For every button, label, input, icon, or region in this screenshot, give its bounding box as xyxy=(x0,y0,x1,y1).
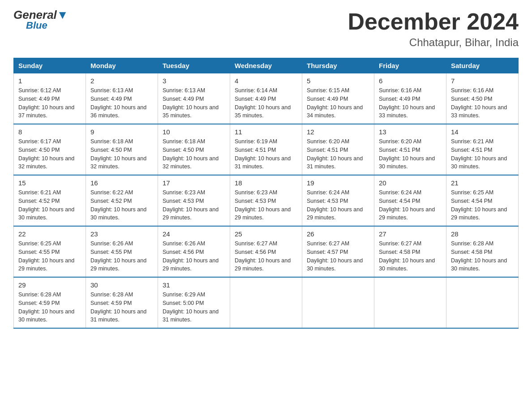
header-thursday: Thursday xyxy=(302,58,374,73)
day-number: 23 xyxy=(90,230,153,238)
day-number: 8 xyxy=(18,128,81,136)
header-wednesday: Wednesday xyxy=(230,58,302,73)
day-number: 11 xyxy=(235,128,297,136)
calendar-cell: 9 Sunrise: 6:18 AM Sunset: 4:50 PM Dayli… xyxy=(86,124,158,175)
logo-bottom: Blue xyxy=(26,21,69,30)
calendar-cell: 23 Sunrise: 6:26 AM Sunset: 4:55 PM Dayl… xyxy=(86,226,158,277)
day-number: 9 xyxy=(90,128,153,136)
day-info: Sunrise: 6:26 AM Sunset: 4:56 PM Dayligh… xyxy=(163,240,225,273)
calendar-cell: 2 Sunrise: 6:13 AM Sunset: 4:49 PM Dayli… xyxy=(86,73,158,124)
day-info: Sunrise: 6:13 AM Sunset: 4:49 PM Dayligh… xyxy=(163,86,225,120)
logo-top: General▼ xyxy=(13,9,69,21)
calendar-cell: 3 Sunrise: 6:13 AM Sunset: 4:49 PM Dayli… xyxy=(158,73,230,124)
header-tuesday: Tuesday xyxy=(158,58,230,73)
day-info: Sunrise: 6:27 AM Sunset: 4:57 PM Dayligh… xyxy=(307,240,369,273)
calendar-cell xyxy=(446,277,519,328)
day-number: 13 xyxy=(379,128,442,136)
calendar-cell: 27 Sunrise: 6:27 AM Sunset: 4:58 PM Dayl… xyxy=(374,226,446,277)
calendar-cell xyxy=(302,277,374,328)
day-info: Sunrise: 6:20 AM Sunset: 4:51 PM Dayligh… xyxy=(379,137,442,171)
calendar-cell: 28 Sunrise: 6:28 AM Sunset: 4:58 PM Dayl… xyxy=(446,226,519,277)
calendar-week-row: 15 Sunrise: 6:21 AM Sunset: 4:52 PM Dayl… xyxy=(14,175,519,226)
day-info: Sunrise: 6:18 AM Sunset: 4:50 PM Dayligh… xyxy=(90,137,153,171)
day-info: Sunrise: 6:17 AM Sunset: 4:50 PM Dayligh… xyxy=(18,137,81,171)
day-info: Sunrise: 6:12 AM Sunset: 4:49 PM Dayligh… xyxy=(18,86,81,120)
calendar-table: Sunday Monday Tuesday Wednesday Thursday… xyxy=(13,58,519,329)
calendar-cell: 30 Sunrise: 6:28 AM Sunset: 4:59 PM Dayl… xyxy=(86,277,158,328)
calendar-cell: 11 Sunrise: 6:19 AM Sunset: 4:51 PM Dayl… xyxy=(230,124,302,175)
day-number: 4 xyxy=(235,77,297,85)
day-info: Sunrise: 6:23 AM Sunset: 4:53 PM Dayligh… xyxy=(235,188,297,222)
day-number: 6 xyxy=(379,77,442,85)
day-info: Sunrise: 6:14 AM Sunset: 4:49 PM Dayligh… xyxy=(235,86,297,120)
day-info: Sunrise: 6:25 AM Sunset: 4:54 PM Dayligh… xyxy=(451,188,514,222)
day-number: 10 xyxy=(163,128,225,136)
day-number: 31 xyxy=(163,281,225,289)
day-number: 25 xyxy=(235,230,297,238)
day-number: 7 xyxy=(451,77,514,85)
calendar-cell: 29 Sunrise: 6:28 AM Sunset: 4:59 PM Dayl… xyxy=(14,277,86,328)
calendar-cell: 6 Sunrise: 6:16 AM Sunset: 4:49 PM Dayli… xyxy=(374,73,446,124)
calendar-cell: 31 Sunrise: 6:29 AM Sunset: 5:00 PM Dayl… xyxy=(158,277,230,328)
calendar-cell xyxy=(230,277,302,328)
day-info: Sunrise: 6:24 AM Sunset: 4:54 PM Dayligh… xyxy=(379,188,442,222)
day-info: Sunrise: 6:16 AM Sunset: 4:49 PM Dayligh… xyxy=(379,86,442,120)
day-info: Sunrise: 6:25 AM Sunset: 4:55 PM Dayligh… xyxy=(18,240,81,273)
calendar-cell: 7 Sunrise: 6:16 AM Sunset: 4:50 PM Dayli… xyxy=(446,73,519,124)
header-monday: Monday xyxy=(86,58,158,73)
day-info: Sunrise: 6:28 AM Sunset: 4:59 PM Dayligh… xyxy=(90,291,153,324)
day-number: 29 xyxy=(18,281,81,289)
day-info: Sunrise: 6:20 AM Sunset: 4:51 PM Dayligh… xyxy=(307,137,369,171)
day-number: 21 xyxy=(451,179,514,187)
calendar-cell: 21 Sunrise: 6:25 AM Sunset: 4:54 PM Dayl… xyxy=(446,175,519,226)
calendar-cell: 25 Sunrise: 6:27 AM Sunset: 4:56 PM Dayl… xyxy=(230,226,302,277)
calendar-week-row: 22 Sunrise: 6:25 AM Sunset: 4:55 PM Dayl… xyxy=(14,226,519,277)
calendar-header-row: Sunday Monday Tuesday Wednesday Thursday… xyxy=(14,58,519,73)
calendar-cell: 14 Sunrise: 6:21 AM Sunset: 4:51 PM Dayl… xyxy=(446,124,519,175)
day-info: Sunrise: 6:21 AM Sunset: 4:52 PM Dayligh… xyxy=(18,188,81,222)
header-sunday: Sunday xyxy=(14,58,86,73)
day-info: Sunrise: 6:18 AM Sunset: 4:50 PM Dayligh… xyxy=(163,137,225,171)
day-info: Sunrise: 6:29 AM Sunset: 5:00 PM Dayligh… xyxy=(163,291,225,324)
day-info: Sunrise: 6:19 AM Sunset: 4:51 PM Dayligh… xyxy=(235,137,297,171)
day-number: 5 xyxy=(307,77,369,85)
header-right: December 2024 Chhatapur, Bihar, India xyxy=(348,9,519,49)
page-header: General▼ Blue December 2024 Chhatapur, B… xyxy=(13,9,519,49)
calendar-week-row: 29 Sunrise: 6:28 AM Sunset: 4:59 PM Dayl… xyxy=(14,277,519,328)
calendar-cell: 4 Sunrise: 6:14 AM Sunset: 4:49 PM Dayli… xyxy=(230,73,302,124)
day-info: Sunrise: 6:27 AM Sunset: 4:56 PM Dayligh… xyxy=(235,240,297,273)
day-number: 27 xyxy=(379,230,442,238)
location-subtitle: Chhatapur, Bihar, India xyxy=(348,36,519,49)
day-info: Sunrise: 6:21 AM Sunset: 4:51 PM Dayligh… xyxy=(451,137,514,171)
calendar-cell: 22 Sunrise: 6:25 AM Sunset: 4:55 PM Dayl… xyxy=(14,226,86,277)
day-number: 26 xyxy=(307,230,369,238)
day-number: 3 xyxy=(163,77,225,85)
day-info: Sunrise: 6:27 AM Sunset: 4:58 PM Dayligh… xyxy=(379,240,442,273)
day-info: Sunrise: 6:28 AM Sunset: 4:59 PM Dayligh… xyxy=(18,291,81,324)
calendar-cell: 24 Sunrise: 6:26 AM Sunset: 4:56 PM Dayl… xyxy=(158,226,230,277)
calendar-cell: 18 Sunrise: 6:23 AM Sunset: 4:53 PM Dayl… xyxy=(230,175,302,226)
day-number: 1 xyxy=(18,77,81,85)
day-info: Sunrise: 6:23 AM Sunset: 4:53 PM Dayligh… xyxy=(163,188,225,222)
day-info: Sunrise: 6:26 AM Sunset: 4:55 PM Dayligh… xyxy=(90,240,153,273)
calendar-cell: 15 Sunrise: 6:21 AM Sunset: 4:52 PM Dayl… xyxy=(14,175,86,226)
day-number: 16 xyxy=(90,179,153,187)
day-number: 30 xyxy=(90,281,153,289)
calendar-cell: 19 Sunrise: 6:24 AM Sunset: 4:53 PM Dayl… xyxy=(302,175,374,226)
calendar-cell: 13 Sunrise: 6:20 AM Sunset: 4:51 PM Dayl… xyxy=(374,124,446,175)
day-number: 18 xyxy=(235,179,297,187)
day-number: 15 xyxy=(18,179,81,187)
day-number: 12 xyxy=(307,128,369,136)
calendar-cell: 20 Sunrise: 6:24 AM Sunset: 4:54 PM Dayl… xyxy=(374,175,446,226)
day-number: 17 xyxy=(163,179,225,187)
day-info: Sunrise: 6:28 AM Sunset: 4:58 PM Dayligh… xyxy=(451,240,514,273)
day-info: Sunrise: 6:22 AM Sunset: 4:52 PM Dayligh… xyxy=(90,188,153,222)
month-year-title: December 2024 xyxy=(348,9,519,34)
calendar-week-row: 1 Sunrise: 6:12 AM Sunset: 4:49 PM Dayli… xyxy=(14,73,519,124)
header-saturday: Saturday xyxy=(446,58,519,73)
calendar-cell: 5 Sunrise: 6:15 AM Sunset: 4:49 PM Dayli… xyxy=(302,73,374,124)
logo-triangle-icon: ▼ xyxy=(57,8,69,21)
day-number: 20 xyxy=(379,179,442,187)
calendar-cell: 1 Sunrise: 6:12 AM Sunset: 4:49 PM Dayli… xyxy=(14,73,86,124)
day-number: 24 xyxy=(163,230,225,238)
